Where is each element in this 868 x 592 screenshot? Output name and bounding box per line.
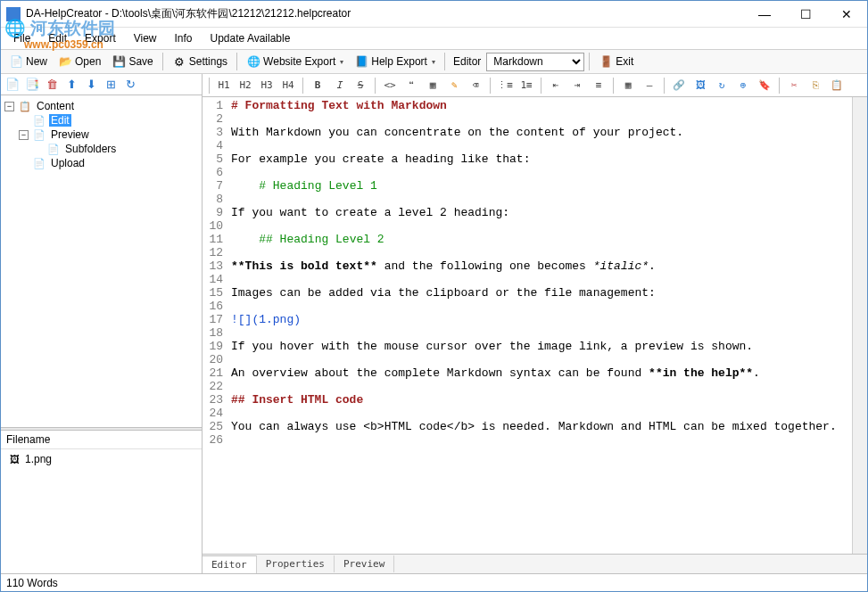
- move-down-icon[interactable]: ⬇: [83, 77, 99, 93]
- separator: [162, 53, 163, 70]
- save-button[interactable]: Save: [107, 53, 157, 70]
- tree-root-content[interactable]: − Content: [4, 99, 198, 113]
- strike-button[interactable]: S: [351, 77, 370, 95]
- copy-button[interactable]: ⎘: [806, 77, 825, 95]
- italic-button[interactable]: I: [329, 77, 349, 95]
- page-icon: [47, 143, 60, 155]
- tree-item-edit[interactable]: Edit: [19, 113, 198, 127]
- insert-file-button[interactable]: ⊕: [733, 77, 753, 95]
- tree-label: Preview: [49, 128, 91, 141]
- website-export-button[interactable]: Website Export▾: [242, 53, 348, 70]
- left-toolbar: 📄 📑 🗑 ⬆ ⬇ ⊞ ↻: [1, 74, 202, 95]
- chevron-down-icon: ▾: [340, 58, 343, 66]
- main-split: 📄 📑 🗑 ⬆ ⬇ ⊞ ↻ − Content Edit −: [1, 74, 867, 573]
- codeblock-button[interactable]: ▦: [423, 77, 442, 95]
- image-icon: [8, 453, 21, 465]
- statusbar: 110 Words: [1, 573, 867, 591]
- separator: [589, 53, 590, 70]
- filename-header: Filename: [1, 431, 202, 449]
- tree-item-subfolders[interactable]: Subfolders: [33, 142, 198, 156]
- tree-label: Subfolders: [63, 143, 118, 155]
- refresh-button[interactable]: ↻: [712, 77, 732, 95]
- h1-button[interactable]: H1: [214, 77, 234, 95]
- move-up-icon[interactable]: ⬆: [63, 77, 79, 93]
- copy-page-icon[interactable]: 📑: [24, 77, 40, 93]
- quote-button[interactable]: ❝: [401, 77, 421, 95]
- image-button[interactable]: 🖼: [690, 77, 710, 95]
- new-icon: [9, 54, 23, 69]
- tab-properties[interactable]: Properties: [257, 555, 335, 572]
- hr-button[interactable]: —: [640, 77, 659, 95]
- paste-button[interactable]: 📋: [827, 77, 847, 95]
- editor-panel: H1 H2 H3 H4 B I S <> ❝ ▦ ✎ ⌫ ⋮≡ 1≡ ⇤ ⇥ ≡…: [203, 74, 867, 573]
- close-button[interactable]: ✕: [826, 1, 867, 28]
- highlight-button[interactable]: ✎: [444, 77, 464, 95]
- h4-button[interactable]: H4: [278, 77, 298, 95]
- page-icon: [33, 157, 45, 169]
- collapse-icon[interactable]: −: [4, 102, 14, 111]
- line-gutter: 1234567891011121314151617181920212223242…: [203, 97, 227, 554]
- left-panel: 📄 📑 🗑 ⬆ ⬇ ⊞ ↻ − Content Edit −: [1, 74, 203, 573]
- menu-export[interactable]: Export: [76, 29, 125, 47]
- clear-format-button[interactable]: ⌫: [466, 77, 485, 95]
- tab-editor[interactable]: Editor: [203, 555, 257, 573]
- tree-item-upload[interactable]: Upload: [19, 156, 198, 170]
- code-button[interactable]: <>: [380, 77, 400, 95]
- link-button[interactable]: 🔗: [669, 77, 689, 95]
- tree-label: Edit: [49, 114, 71, 127]
- menu-info[interactable]: Info: [166, 29, 202, 47]
- exit-icon: [599, 54, 613, 69]
- help-export-button[interactable]: Help Export▾: [350, 53, 440, 70]
- maximize-button[interactable]: ☐: [785, 1, 826, 28]
- ol-button[interactable]: 1≡: [517, 77, 536, 95]
- menu-edit[interactable]: Edit: [39, 29, 76, 47]
- vertical-scrollbar[interactable]: [852, 97, 867, 554]
- editor-tabs: Editor Properties Preview: [203, 554, 867, 573]
- main-toolbar: New Open Save Settings Website Export▾ H…: [1, 49, 867, 74]
- tree-item-preview[interactable]: − Preview: [19, 127, 198, 142]
- tree-label: Content: [35, 100, 76, 112]
- outdent-button[interactable]: ⇤: [546, 77, 566, 95]
- refresh-icon[interactable]: ↻: [122, 77, 138, 93]
- bookmark-button[interactable]: 🔖: [755, 77, 774, 95]
- tab-preview[interactable]: Preview: [335, 555, 394, 572]
- separator: [444, 53, 445, 70]
- settings-button[interactable]: Settings: [168, 53, 232, 70]
- open-button[interactable]: Open: [54, 53, 105, 70]
- word-count: 110 Words: [6, 577, 58, 589]
- save-icon: [112, 54, 126, 69]
- tree-label: Upload: [49, 157, 87, 169]
- new-page-icon[interactable]: 📄: [4, 77, 21, 93]
- file-panel: Filename 1.png: [1, 431, 202, 573]
- exit-button[interactable]: Exit: [594, 53, 638, 70]
- align-button[interactable]: ≡: [589, 77, 608, 95]
- minimize-button[interactable]: —: [744, 1, 785, 28]
- file-item[interactable]: 1.png: [8, 452, 194, 466]
- menu-view[interactable]: View: [125, 29, 166, 47]
- h2-button[interactable]: H2: [236, 77, 255, 95]
- separator: [236, 53, 237, 70]
- bold-button[interactable]: B: [308, 77, 327, 95]
- file-list[interactable]: 1.png: [1, 449, 202, 573]
- globe-icon: [246, 54, 260, 69]
- titlebar: DA-HelpCreator - D:\tools\桌面\河东软件园\21212…: [1, 1, 867, 28]
- window-title: DA-HelpCreator - D:\tools\桌面\河东软件园\21212…: [26, 6, 744, 21]
- new-button[interactable]: New: [4, 53, 52, 70]
- h3-button[interactable]: H3: [257, 77, 277, 95]
- collapse-icon[interactable]: −: [19, 130, 29, 140]
- editor-mode-combo[interactable]: Markdown: [486, 53, 584, 71]
- gear-icon: [172, 54, 186, 69]
- code-editor[interactable]: 1234567891011121314151617181920212223242…: [203, 97, 867, 554]
- menu-file[interactable]: File: [4, 29, 39, 47]
- menu-update-available[interactable]: Update Available: [202, 29, 300, 47]
- ul-button[interactable]: ⋮≡: [495, 77, 515, 95]
- code-content[interactable]: # Formatting Text with MarkdownWith Mark…: [227, 97, 852, 554]
- expand-icon[interactable]: ⊞: [103, 77, 119, 93]
- indent-button[interactable]: ⇥: [567, 77, 587, 95]
- page-icon: [33, 128, 45, 141]
- cut-button[interactable]: ✂: [784, 77, 804, 95]
- help-icon: [354, 54, 368, 69]
- content-tree[interactable]: − Content Edit − Preview: [1, 95, 202, 427]
- delete-page-icon[interactable]: 🗑: [44, 77, 60, 93]
- table-button[interactable]: ▦: [618, 77, 638, 95]
